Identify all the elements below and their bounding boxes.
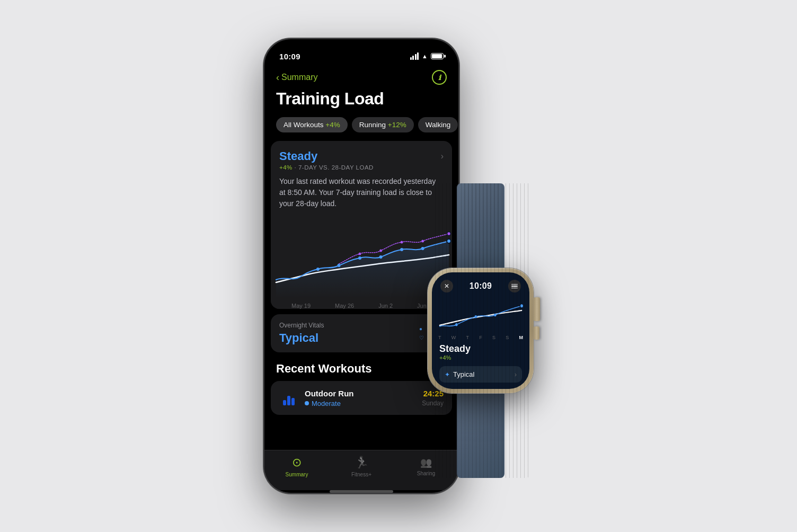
training-chart: May 19 May 26 Jun 2 Jun 9 [271, 214, 452, 309]
nav-bar: ‹ Summary ℹ [264, 66, 458, 87]
svg-point-5 [421, 247, 424, 250]
status-icons: ▲ [410, 52, 444, 60]
card-header: Steady › +4% · 7-DAY VS. 28-DAY LOAD You… [271, 141, 452, 214]
tab-fitness-plus[interactable]: 🏃 Fitness+ [340, 456, 383, 477]
svg-point-4 [400, 248, 403, 251]
chevron-left-icon: ‹ [276, 72, 279, 83]
workout-item[interactable]: Outdoor Run Moderate 24:25 Sunday [271, 381, 452, 415]
workout-icon-container [279, 388, 298, 407]
card-subtitle: +4% · 7-DAY VS. 28-DAY LOAD [279, 164, 444, 171]
scene: 10:09 ▲ ‹ Su [263, 38, 534, 494]
chart-labels: May 19 May 26 Jun 2 Jun 9 [271, 300, 452, 309]
vitals-label: Overnight Vitals [279, 322, 324, 329]
back-label: Summary [281, 73, 317, 82]
chart-label-1: May 26 [335, 303, 354, 309]
tab-all-workouts-label: All Workouts [284, 121, 324, 129]
tab-walking-label: Walking [426, 121, 451, 129]
svg-point-9 [401, 241, 403, 244]
training-load-card[interactable]: Steady › +4% · 7-DAY VS. 28-DAY LOAD You… [271, 141, 452, 309]
svg-point-10 [421, 240, 424, 243]
heart-icon: ● [419, 326, 422, 332]
vitals-info: Overnight Vitals Typical [279, 322, 324, 345]
home-indicator [330, 490, 393, 493]
back-button[interactable]: ‹ Summary [276, 72, 317, 83]
svg-point-3 [379, 255, 383, 259]
signal-bars-icon [410, 52, 419, 60]
svg-point-7 [359, 253, 361, 255]
summary-tab-icon: ⊙ [292, 456, 302, 469]
tab-summary[interactable]: ⊙ Summary [276, 456, 318, 477]
chart-svg [271, 219, 452, 298]
fitness-plus-tab-icon: 🏃 [355, 456, 369, 469]
watch-side-button [534, 326, 539, 340]
tab-running[interactable]: Running +12% [352, 117, 414, 132]
workout-info: Outdoor Run Moderate [305, 389, 415, 407]
info-icon: ℹ [438, 74, 441, 82]
info-button[interactable]: ℹ [432, 70, 447, 85]
apple-watch: ✕ 10:09 [428, 183, 534, 478]
workout-intensity-row: Moderate [305, 400, 415, 407]
svg-point-2 [358, 256, 361, 260]
card-chevron-icon: › [441, 152, 444, 161]
recent-workouts-title: Recent Workouts [276, 362, 372, 375]
tab-all-workouts[interactable]: All Workouts +4% [276, 117, 348, 132]
card-status-title: Steady [279, 149, 317, 163]
vitals-card[interactable]: Overnight Vitals Typical ● ♡ ♤ ⊡ [271, 314, 452, 352]
svg-point-0 [316, 268, 320, 271]
person-icon: ♡ [419, 335, 424, 341]
workout-intensity-icon [283, 391, 295, 405]
chart-label-2: Jun 2 [378, 303, 393, 309]
vitals-status: Typical [279, 331, 324, 345]
tab-running-label: Running [359, 121, 386, 129]
card-percent: +4% [279, 164, 293, 171]
intensity-dot [305, 401, 309, 405]
fitness-plus-tab-label: Fitness+ [351, 472, 371, 477]
watch-band-bottom [457, 393, 504, 478]
svg-point-8 [379, 250, 382, 252]
intensity-label: Moderate [312, 400, 341, 407]
watch-crown [534, 297, 540, 321]
page-title: Training Load [276, 89, 447, 109]
workout-tabs: All Workouts +4% Running +12% Walking [264, 117, 458, 141]
battery-icon [431, 53, 444, 59]
workout-name: Outdoor Run [305, 389, 415, 398]
card-subtitle-text: · 7-DAY VS. 28-DAY LOAD [295, 164, 374, 171]
svg-point-1 [338, 264, 341, 267]
iphone-notch [330, 39, 393, 57]
wifi-icon: ▲ [422, 53, 428, 59]
card-description: Your last rated workout was recorded yes… [279, 176, 444, 209]
status-time: 10:09 [279, 52, 300, 61]
summary-tab-label: Summary [286, 472, 308, 477]
tab-all-workouts-change: +4% [325, 121, 340, 129]
page-title-container: Training Load [264, 87, 458, 117]
tab-running-change: +12% [388, 121, 406, 129]
chart-label-0: May 19 [291, 303, 311, 309]
tab-walking[interactable]: Walking [418, 117, 458, 132]
card-status-row: Steady › [279, 149, 444, 163]
